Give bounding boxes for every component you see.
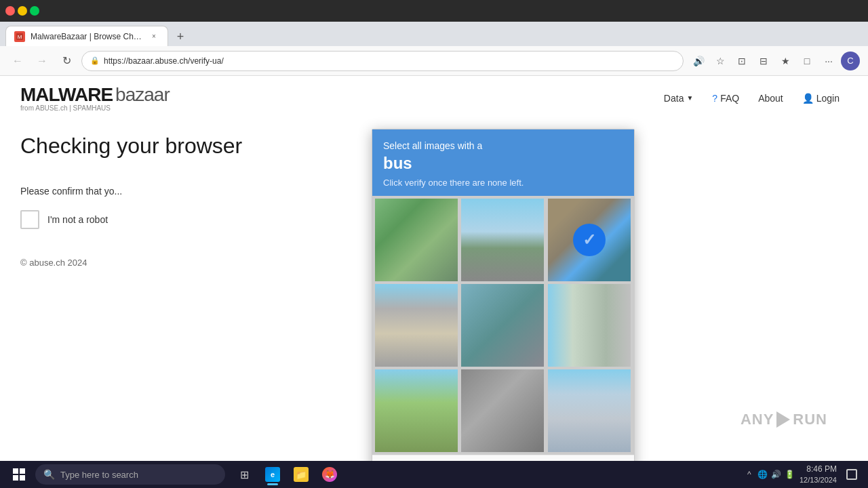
data-label: Data — [664, 93, 684, 104]
new-tab-button[interactable]: + — [171, 27, 190, 46]
browser-frame: M MalwareBazaar | Browse Checkin... × + … — [0, 0, 868, 488]
files-icon: 📁 — [294, 467, 309, 482]
captcha-image-4[interactable] — [375, 284, 458, 367]
tab-bar: M MalwareBazaar | Browse Checkin... × + — [0, 22, 868, 46]
page-content: MALWAREbazaar from ABUSE.ch | SPAMHAUS D… — [0, 76, 868, 461]
captcha-image-grid — [372, 196, 634, 455]
nav-login[interactable]: 👤 Login — [794, 89, 848, 108]
extensions-button[interactable]: ⊡ — [732, 52, 751, 70]
title-bar — [0, 0, 868, 22]
captcha-checkbox[interactable] — [20, 210, 39, 229]
search-icon: 🔍 — [43, 469, 55, 480]
taskbar-search[interactable]: 🔍 Type here to search — [35, 464, 225, 485]
forward-button[interactable]: → — [33, 52, 52, 70]
tray-volume-icon[interactable]: 🔊 — [771, 469, 782, 480]
site-header: MALWAREbazaar from ABUSE.ch | SPAMHAUS D… — [0, 76, 868, 120]
back-button[interactable]: ← — [8, 52, 27, 70]
maximize-button[interactable] — [30, 6, 39, 16]
split-screen-button[interactable]: ⊟ — [754, 52, 773, 70]
title-bar-controls — [5, 6, 39, 16]
close-button[interactable] — [5, 6, 15, 16]
tray-icons: ^ 🌐 🔊 🔋 — [744, 469, 795, 480]
captcha-footer: ↺ 🎧 ⓘ VERIFY — [372, 455, 634, 461]
system-clock[interactable]: 8:46 PM 12/13/2024 — [800, 464, 837, 485]
faq-label: FAQ — [720, 93, 739, 104]
site-navigation: Data ▼ ? FAQ About 👤 Login — [656, 89, 848, 108]
taskbar-firefox-app[interactable]: 🦊 — [316, 462, 343, 487]
anyrun-watermark: ANY RUN — [741, 411, 827, 428]
captcha-image-7[interactable] — [375, 369, 458, 452]
clock-time: 8:46 PM — [800, 464, 837, 475]
taskbar-edge-app[interactable]: e — [259, 462, 286, 487]
captcha-instruction: Select all images with a — [383, 140, 623, 151]
taskbar-apps: ⊞ e 📁 🦊 — [231, 462, 343, 487]
captcha-keyword: bus — [383, 154, 623, 174]
captcha-image-6[interactable] — [548, 284, 631, 367]
windows-logo-icon — [13, 468, 25, 481]
captcha-image-5[interactable] — [461, 284, 544, 367]
favorites-bar-button[interactable]: ★ — [776, 52, 795, 70]
task-view-button[interactable]: ⊞ — [231, 462, 258, 487]
notification-icon — [846, 469, 857, 480]
collections-button[interactable]: □ — [797, 52, 816, 70]
login-label: Login — [816, 93, 840, 104]
taskbar-files-app[interactable]: 📁 — [288, 462, 315, 487]
tab-close-button[interactable]: × — [149, 31, 159, 42]
dropdown-arrow-icon: ▼ — [686, 94, 693, 102]
site-logo: MALWAREbazaar from ABUSE.ch | SPAMHAUS — [20, 84, 170, 112]
captcha-image-1[interactable] — [375, 199, 458, 281]
browser-menu-button[interactable]: ··· — [819, 52, 838, 70]
tray-battery-icon[interactable]: 🔋 — [785, 469, 795, 480]
captcha-image-9[interactable] — [548, 369, 631, 452]
address-bar[interactable]: 🔒 https://bazaar.abuse.ch/verify-ua/ — [81, 51, 684, 71]
person-icon: 👤 — [802, 93, 814, 104]
tab-favicon: M — [14, 31, 25, 42]
nav-faq[interactable]: ? FAQ — [704, 89, 747, 108]
captcha-checkbox-label: I'm not a robot — [47, 214, 108, 225]
logo-subtitle: from ABUSE.ch | SPAMHAUS — [20, 104, 170, 112]
system-tray: ^ 🌐 🔊 🔋 8:46 PM 12/13/2024 — [744, 464, 863, 485]
captcha-modal: Select all images with a bus Click verif… — [372, 129, 635, 461]
task-view-icon: ⊞ — [240, 468, 249, 481]
faq-icon: ? — [712, 93, 717, 104]
tab-title: MalwareBazaar | Browse Checkin... — [31, 32, 143, 41]
about-label: About — [758, 93, 783, 104]
edge-icon: e — [265, 467, 280, 482]
taskbar: 🔍 Type here to search ⊞ e 📁 🦊 ^ 🌐 🔊 — [0, 461, 868, 488]
logo-text: MALWAREbazaar — [20, 84, 170, 106]
captcha-image-8[interactable] — [461, 369, 544, 452]
minimize-button[interactable] — [18, 6, 27, 16]
captcha-image-3[interactable] — [548, 199, 631, 281]
url-text: https://bazaar.abuse.ch/verify-ua/ — [104, 56, 675, 66]
captcha-header: Select all images with a bus Click verif… — [372, 129, 634, 196]
favorites-button[interactable]: ☆ — [711, 52, 730, 70]
footer-text: © abuse.ch 2024 — [20, 258, 87, 268]
tray-network-icon[interactable]: 🌐 — [757, 469, 768, 480]
read-aloud-button[interactable]: 🔊 — [689, 52, 708, 70]
selected-checkmark-icon — [573, 224, 606, 256]
anyrun-play-icon — [776, 411, 790, 428]
start-button[interactable] — [5, 462, 33, 487]
svg-text:M: M — [18, 34, 22, 40]
refresh-button[interactable]: ↻ — [57, 52, 76, 70]
nav-data[interactable]: Data ▼ — [656, 89, 701, 108]
clock-date: 12/13/2024 — [800, 475, 837, 485]
search-placeholder-text: Type here to search — [60, 470, 138, 480]
notification-button[interactable] — [841, 464, 863, 485]
copilot-button[interactable]: C — [841, 52, 860, 70]
captcha-subtext: Click verify once there are none left. — [383, 178, 623, 188]
active-tab[interactable]: M MalwareBazaar | Browse Checkin... × — [5, 26, 168, 46]
nav-about[interactable]: About — [750, 89, 791, 108]
firefox-icon: 🦊 — [322, 467, 337, 482]
captcha-image-2[interactable] — [461, 199, 544, 281]
tray-chevron-icon[interactable]: ^ — [744, 469, 755, 480]
anyrun-text2: RUN — [793, 411, 827, 428]
navigation-bar: ← → ↻ 🔒 https://bazaar.abuse.ch/verify-u… — [0, 46, 868, 76]
anyrun-text: ANY — [741, 411, 774, 428]
security-lock-icon: 🔒 — [90, 56, 100, 65]
nav-actions: 🔊 ☆ ⊡ ⊟ ★ □ ··· C — [689, 52, 860, 70]
